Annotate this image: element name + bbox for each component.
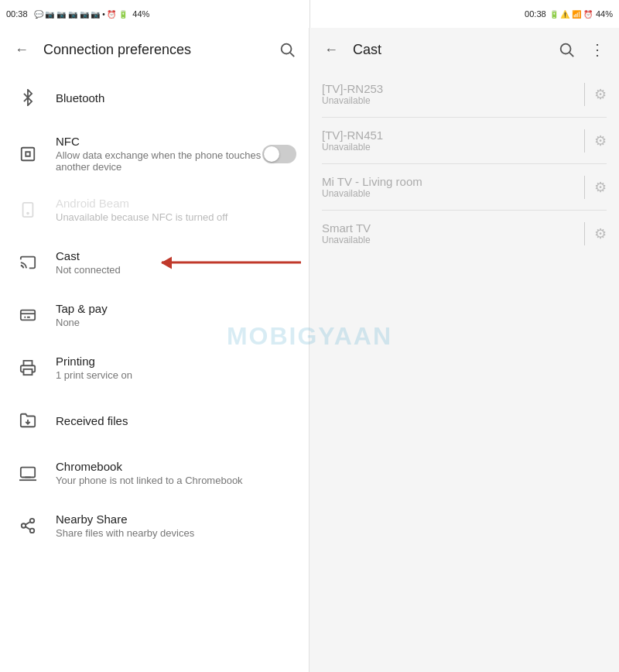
cast-item-0[interactable]: [TV]-RN253 Unavailable ⚙ bbox=[310, 71, 619, 117]
cast-device-title-0: [TV]-RN253 bbox=[322, 82, 584, 95]
svg-rect-2 bbox=[22, 147, 35, 160]
cast-icon bbox=[12, 247, 43, 278]
cast-item-2[interactable]: Mi TV - Living room Unavailable ⚙ bbox=[310, 164, 619, 210]
bluetooth-title: Bluetooth bbox=[56, 91, 296, 105]
time-left: 00:38 bbox=[6, 9, 28, 19]
menu-item-printing[interactable]: Printing 1 print service on bbox=[0, 341, 309, 394]
menu-item-nfc[interactable]: NFC Allow data exchange when the phone t… bbox=[0, 124, 309, 183]
svg-point-17 bbox=[561, 44, 571, 54]
cast-item-1[interactable]: [TV]-RN451 Unavailable ⚙ bbox=[310, 118, 619, 163]
svg-line-15 bbox=[26, 526, 30, 530]
svg-point-14 bbox=[30, 529, 35, 533]
nfc-toggle[interactable] bbox=[262, 145, 296, 163]
menu-item-chromebook[interactable]: Chromebook Your phone is not linked to a… bbox=[0, 447, 309, 499]
time-right: 00:38 bbox=[525, 9, 546, 19]
search-button-left[interactable] bbox=[272, 34, 303, 65]
nfc-subtitle: Allow data exchange when the phone touch… bbox=[56, 149, 262, 173]
gear-icon-3[interactable]: ⚙ bbox=[594, 225, 607, 242]
gear-icon-1[interactable]: ⚙ bbox=[594, 132, 607, 149]
android-beam-icon bbox=[12, 194, 43, 225]
received-files-icon bbox=[12, 405, 43, 436]
cast-device-subtitle-1: Unavailable bbox=[322, 142, 584, 153]
svg-point-13 bbox=[22, 523, 26, 528]
right-panel: ← Cast ⋮ [TV]-RN253 Unavailable ⚙ bbox=[310, 28, 619, 672]
more-icon: ⋮ bbox=[590, 40, 605, 59]
nearby-share-title: Nearby Share bbox=[56, 513, 296, 526]
cast-annotation-arrow bbox=[162, 262, 301, 264]
nearby-share-icon bbox=[12, 510, 43, 541]
cast-device-title-1: [TV]-RN451 bbox=[322, 129, 584, 142]
left-panel-title: Connection preferences bbox=[43, 42, 272, 58]
cast-device-subtitle-0: Unavailable bbox=[322, 95, 584, 106]
left-toolbar: ← Connection preferences bbox=[0, 28, 309, 71]
svg-line-16 bbox=[26, 522, 30, 525]
menu-item-received-files[interactable]: Received files bbox=[0, 394, 309, 447]
menu-item-nearby-share[interactable]: Nearby Share Share files with nearby dev… bbox=[0, 499, 309, 552]
cast-title: Cast bbox=[56, 249, 296, 262]
battery-right: 44% bbox=[596, 9, 613, 19]
cast-device-subtitle-2: Unavailable bbox=[322, 188, 584, 199]
printing-subtitle: 1 print service on bbox=[56, 369, 296, 381]
cast-device-list: [TV]-RN253 Unavailable ⚙ [TV]-RN451 Unav… bbox=[310, 71, 619, 256]
nfc-title: NFC bbox=[56, 135, 262, 148]
menu-item-bluetooth[interactable]: Bluetooth bbox=[0, 71, 309, 124]
tap-pay-subtitle: None bbox=[56, 317, 296, 328]
gear-icon-0[interactable]: ⚙ bbox=[594, 86, 607, 103]
svg-point-0 bbox=[282, 44, 292, 54]
search-icon-right bbox=[558, 41, 575, 58]
chromebook-icon bbox=[12, 458, 43, 489]
android-beam-subtitle: Unavailable because NFC is turned off bbox=[56, 211, 296, 223]
icons-left: 💬 📷 📷 📷 📷 📷 • ⏰ 🔋 bbox=[34, 10, 128, 19]
search-icon-left bbox=[279, 41, 296, 58]
svg-rect-6 bbox=[21, 310, 35, 321]
status-bar-right: 00:38 🔋 ⚠️ 📶 ⏰ 44% bbox=[310, 0, 620, 28]
main-panels: ← Connection preferences Bluetooth bbox=[0, 28, 619, 672]
cast-device-title-3: Smart TV bbox=[322, 221, 584, 235]
svg-point-4 bbox=[27, 213, 29, 214]
svg-rect-9 bbox=[21, 468, 35, 478]
right-panel-title: Cast bbox=[353, 42, 551, 58]
menu-item-android-beam[interactable]: Android Beam Unavailable because NFC is … bbox=[0, 183, 309, 236]
back-button-right[interactable]: ← bbox=[316, 34, 347, 65]
search-button-right[interactable] bbox=[551, 34, 582, 65]
status-bar-left: 00:38 💬 📷 📷 📷 📷 📷 • ⏰ 🔋 44% bbox=[0, 0, 310, 28]
menu-list: Bluetooth NFC Allow data exchange when t… bbox=[0, 71, 309, 672]
cast-item-divider-3 bbox=[584, 222, 585, 245]
received-files-title: Received files bbox=[56, 414, 296, 427]
svg-point-12 bbox=[30, 519, 35, 523]
nfc-toggle-knob bbox=[264, 146, 279, 162]
arrow-line bbox=[162, 262, 301, 264]
menu-item-cast[interactable]: Cast Not connected bbox=[0, 236, 309, 289]
more-button-right[interactable]: ⋮ bbox=[582, 34, 613, 65]
android-beam-title: Android Beam bbox=[56, 197, 296, 210]
bluetooth-icon bbox=[12, 82, 43, 113]
svg-line-18 bbox=[569, 53, 573, 57]
svg-rect-7 bbox=[24, 369, 32, 375]
tap-pay-icon bbox=[12, 300, 43, 331]
printing-icon bbox=[12, 352, 43, 383]
cast-subtitle: Not connected bbox=[56, 264, 296, 276]
status-bar: 00:38 💬 📷 📷 📷 📷 📷 • ⏰ 🔋 44% 00:38 🔋 ⚠️ 📶… bbox=[0, 0, 619, 28]
menu-item-tap-pay[interactable]: Tap & pay None bbox=[0, 289, 309, 341]
svg-line-1 bbox=[290, 53, 294, 57]
cast-item-divider-0 bbox=[584, 83, 585, 106]
chromebook-subtitle: Your phone is not linked to a Chromebook bbox=[56, 475, 296, 486]
tap-pay-title: Tap & pay bbox=[56, 302, 296, 315]
gear-icon-2[interactable]: ⚙ bbox=[594, 179, 607, 196]
icons-right: 🔋 ⚠️ 📶 ⏰ bbox=[549, 10, 593, 19]
cast-item-divider-1 bbox=[584, 129, 585, 153]
nearby-share-subtitle: Share files with nearby devices bbox=[56, 527, 296, 539]
nfc-icon bbox=[12, 139, 43, 170]
right-toolbar: ← Cast ⋮ bbox=[310, 28, 619, 71]
battery-left: 44% bbox=[132, 9, 149, 19]
cast-device-title-2: Mi TV - Living room bbox=[322, 175, 584, 188]
chromebook-title: Chromebook bbox=[56, 460, 296, 473]
cast-item-3[interactable]: Smart TV Unavailable ⚙ bbox=[310, 211, 619, 256]
printing-title: Printing bbox=[56, 355, 296, 368]
back-button-left[interactable]: ← bbox=[6, 34, 37, 65]
left-panel: ← Connection preferences Bluetooth bbox=[0, 28, 310, 672]
cast-device-subtitle-3: Unavailable bbox=[322, 235, 584, 245]
cast-item-divider-2 bbox=[584, 176, 585, 199]
